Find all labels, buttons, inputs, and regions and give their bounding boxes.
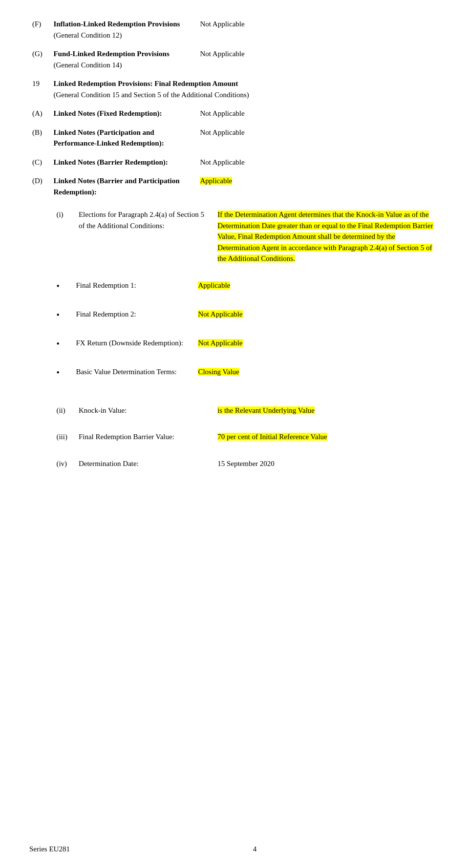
bullet1-icon: • <box>56 281 61 291</box>
subsection-C-left: Linked Notes (Barrier Redemption): <box>50 153 197 172</box>
bullet1-bullet-cell: • <box>53 276 73 297</box>
sub-item-i-content: (i) Elections for Paragraph 2.4(a) of Se… <box>50 201 440 272</box>
bullet3-left: FX Return (Downside Redemption): <box>73 334 195 355</box>
sub-item-ii-right: is the Relevant Underlying Value <box>214 401 437 420</box>
sub-item-iii-table: (iii) Final Redemption Barrier Value: 70… <box>53 427 437 446</box>
sub-item-iii-spacer <box>29 423 50 450</box>
bullet4-inner-row: • Basic Value Determination Terms: Closi… <box>53 362 437 383</box>
subsection-A-right: Not Applicable <box>197 104 440 123</box>
bullet2-row: • Final Redemption 2: Not Applicable <box>29 301 440 330</box>
bullet2-inner-row: • Final Redemption 2: Not Applicable <box>53 305 437 326</box>
spacer-row <box>29 387 440 397</box>
bullet4-right-text: Closing Value <box>198 368 239 376</box>
sub-item-i-right: If the Determination Agent determines th… <box>214 205 437 268</box>
section-G-row: (G) Fund-Linked Redemption Provisions (G… <box>29 44 440 74</box>
sub-item-ii-content: (ii) Knock-in Value: is the Relevant Und… <box>50 397 440 424</box>
subsection-D-right: Applicable <box>197 171 440 201</box>
section-G-left-plain: (General Condition 14) <box>53 61 122 69</box>
footer: Series EU281 4 <box>0 845 469 853</box>
bullet1-left: Final Redemption 1: <box>73 276 195 297</box>
section-F-label: (F) <box>29 15 50 44</box>
sub-item-ii-inner-row: (ii) Knock-in Value: is the Relevant Und… <box>53 401 437 420</box>
sub-item-iv-right: 15 September 2020 <box>214 454 437 473</box>
bullet3-right-text: Not Applicable <box>198 339 242 347</box>
sub-item-ii-label: (ii) <box>53 401 75 420</box>
bullet2-right-text: Not Applicable <box>198 310 242 318</box>
subsection-C-label: (C) <box>29 153 50 172</box>
footer-left: Series EU281 <box>29 845 70 853</box>
bullet1-right-text: Applicable <box>198 281 230 289</box>
bullet3-inner-row: • FX Return (Downside Redemption): Not A… <box>53 334 437 355</box>
subsection-B-row: (B) Linked Notes (Participation and Perf… <box>29 123 440 153</box>
sub-item-i-row: (i) Elections for Paragraph 2.4(a) of Se… <box>29 201 440 272</box>
sub-item-iv-row: (iv) Determination Date: 15 September 20… <box>29 450 440 477</box>
spacer-cell <box>29 387 440 397</box>
bullet1-right: Applicable <box>195 276 437 297</box>
sub-item-i-table: (i) Elections for Paragraph 2.4(a) of Se… <box>53 205 437 268</box>
bullet2-left: Final Redemption 2: <box>73 305 195 326</box>
bullet3-icon: • <box>56 339 61 349</box>
bullet1-row: • Final Redemption 1: Applicable <box>29 272 440 301</box>
section-F-right: Not Applicable <box>197 15 440 44</box>
subsection-A-label: (A) <box>29 104 50 123</box>
sub-item-iii-content: (iii) Final Redemption Barrier Value: 70… <box>50 423 440 450</box>
bullet2-spacer <box>29 301 50 330</box>
bullet3-table: • FX Return (Downside Redemption): Not A… <box>53 334 437 355</box>
sub-item-ii-right-text: is the Relevant Underlying Value <box>217 406 315 414</box>
subsection-B-left: Linked Notes (Participation and Performa… <box>50 123 197 153</box>
section-F-left-plain: (General Condition 12) <box>53 31 122 39</box>
bullet2-bullet-cell: • <box>53 305 73 326</box>
bullet4-bullet-cell: • <box>53 362 73 383</box>
bullet3-row: • FX Return (Downside Redemption): Not A… <box>29 330 440 359</box>
subsection-C-row: (C) Linked Notes (Barrier Redemption): N… <box>29 153 440 172</box>
bullet3-content: • FX Return (Downside Redemption): Not A… <box>50 330 440 359</box>
sub-item-iv-table: (iv) Determination Date: 15 September 20… <box>53 454 437 473</box>
subsection-C-left-text: Linked Notes (Barrier Redemption): <box>53 158 168 166</box>
bullet3-spacer <box>29 330 50 359</box>
sub-item-iv-content: (iv) Determination Date: 15 September 20… <box>50 450 440 477</box>
section-G-right: Not Applicable <box>197 44 440 74</box>
sub-item-i-spacer <box>29 201 50 272</box>
bullet4-row: • Basic Value Determination Terms: Closi… <box>29 359 440 387</box>
subsection-C-right: Not Applicable <box>197 153 440 172</box>
sub-item-iii-left: Final Redemption Barrier Value: <box>76 427 214 446</box>
sub-item-ii-row: (ii) Knock-in Value: is the Relevant Und… <box>29 397 440 424</box>
sub-item-ii-table: (ii) Knock-in Value: is the Relevant Und… <box>53 401 437 420</box>
sub-item-i-label: (i) <box>53 205 75 268</box>
subsection-A-row: (A) Linked Notes (Fixed Redemption): Not… <box>29 104 440 123</box>
sub-item-iii-right: 70 per cent of Initial Reference Value <box>214 427 437 446</box>
bullet1-table: • Final Redemption 1: Applicable <box>53 276 437 297</box>
bullet1-inner-row: • Final Redemption 1: Applicable <box>53 276 437 297</box>
sub-item-i-inner-row: (i) Elections for Paragraph 2.4(a) of Se… <box>53 205 437 268</box>
bullet4-table: • Basic Value Determination Terms: Closi… <box>53 362 437 383</box>
bullet4-right: Closing Value <box>195 362 437 383</box>
sub-item-iii-label: (iii) <box>53 427 75 446</box>
section-19-bold: Linked Redemption Provisions: Final Rede… <box>53 80 238 87</box>
sub-item-iv-inner-row: (iv) Determination Date: 15 September 20… <box>53 454 437 473</box>
subsection-D-row: (D) Linked Notes (Barrier and Participat… <box>29 171 440 201</box>
subsection-A-left: Linked Notes (Fixed Redemption): <box>50 104 197 123</box>
section-19-header-row: 19 Linked Redemption Provisions: Final R… <box>29 74 440 104</box>
sub-item-iv-label: (iv) <box>53 454 75 473</box>
bullet2-right: Not Applicable <box>195 305 437 326</box>
bullet1-spacer <box>29 272 50 301</box>
subsection-D-label: (D) <box>29 171 50 201</box>
bullet2-icon: • <box>56 310 61 320</box>
bullet3-bullet-cell: • <box>53 334 73 355</box>
section-19-intro: Linked Redemption Provisions: Final Rede… <box>50 74 440 104</box>
section-G-label: (G) <box>29 44 50 74</box>
section-19-plain: (General Condition 15 and Section 5 of t… <box>53 91 249 99</box>
section-19-label: 19 <box>29 74 50 104</box>
subsection-B-label: (B) <box>29 123 50 153</box>
footer-center: 4 <box>253 845 257 853</box>
sub-item-ii-left: Knock-in Value: <box>76 401 214 420</box>
subsection-A-left-text: Linked Notes (Fixed Redemption): <box>53 109 162 117</box>
section-G-left: Fund-Linked Redemption Provisions (Gener… <box>50 44 197 74</box>
section-F-left: Inflation-Linked Redemption Provisions (… <box>50 15 197 44</box>
subsection-B-left-text: Linked Notes (Participation and Performa… <box>53 128 164 148</box>
bullet4-spacer <box>29 359 50 387</box>
bullet2-content: • Final Redemption 2: Not Applicable <box>50 301 440 330</box>
section-F-row: (F) Inflation-Linked Redemption Provisio… <box>29 15 440 44</box>
sub-item-ii-spacer <box>29 397 50 424</box>
bullet4-content: • Basic Value Determination Terms: Closi… <box>50 359 440 387</box>
